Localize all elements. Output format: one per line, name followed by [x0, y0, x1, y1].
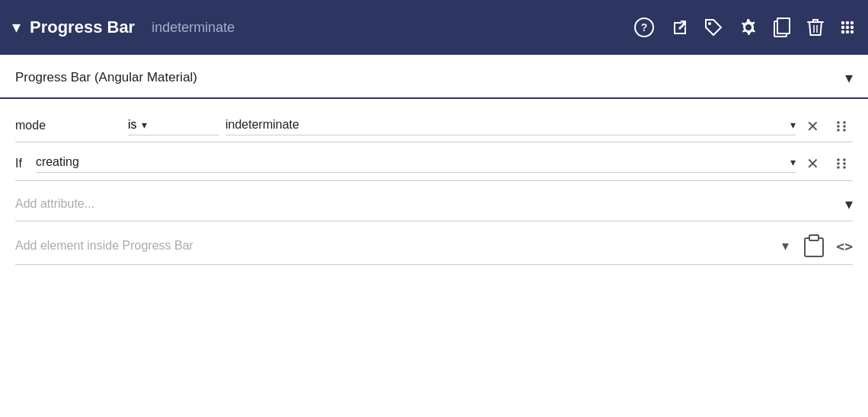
add-attribute-placeholder: Add attribute... [15, 197, 94, 211]
component-label: Progress Bar (Angular Material) [15, 70, 197, 85]
attributes-section: mode is ▾ indeterminate ▾ ✕ If c [0, 99, 868, 265]
gear-icon[interactable] [739, 18, 758, 37]
add-attribute-row[interactable]: Add attribute... ▾ [15, 181, 853, 221]
svg-point-9 [846, 21, 849, 24]
svg-point-21 [837, 129, 840, 132]
svg-point-20 [843, 125, 846, 128]
trash-icon[interactable] [807, 18, 824, 37]
svg-point-23 [837, 158, 840, 161]
attr-value-dropdown[interactable]: indeterminate ▾ [225, 118, 796, 135]
header-icons: ? [633, 17, 856, 38]
svg-point-17 [837, 121, 840, 124]
help-icon[interactable]: ? [633, 17, 655, 38]
copy-icon[interactable] [774, 18, 792, 37]
svg-point-14 [841, 30, 844, 33]
svg-point-18 [843, 121, 846, 124]
svg-point-26 [843, 162, 846, 165]
attr-op-arrow-icon: ▾ [142, 119, 147, 131]
header: ▾ Progress Bar indeterminate ? [0, 0, 868, 55]
if-value-arrow-icon: ▾ [790, 156, 796, 168]
svg-text:?: ? [641, 21, 648, 33]
mode-attribute-row: mode is ▾ indeterminate ▾ ✕ [15, 107, 853, 142]
component-dropdown-row[interactable]: Progress Bar (Angular Material) ▾ [0, 55, 868, 99]
svg-point-13 [850, 26, 854, 29]
svg-point-22 [843, 129, 846, 132]
chevron-down-icon[interactable]: ▾ [12, 18, 21, 37]
add-element-arrow-icon[interactable]: ▾ [782, 237, 789, 254]
if-label: If [15, 157, 22, 170]
svg-point-25 [837, 162, 840, 165]
header-title: Progress Bar [30, 18, 135, 37]
if-row-drag-icon[interactable] [830, 155, 853, 172]
add-element-placeholder: Add element inside Progress Bar [15, 239, 776, 253]
attr-op-dropdown[interactable]: is ▾ [128, 118, 219, 135]
header-subtitle: indeterminate [152, 20, 235, 36]
svg-point-24 [843, 158, 846, 161]
if-value-dropdown[interactable]: creating ▾ [36, 155, 796, 173]
edit-icon[interactable] [670, 18, 688, 37]
add-attribute-arrow-icon: ▾ [845, 195, 853, 213]
svg-point-15 [846, 30, 849, 33]
svg-point-2 [708, 22, 711, 25]
svg-rect-4 [777, 18, 790, 33]
grid-dots-icon[interactable] [839, 19, 856, 36]
header-left: ▾ Progress Bar indeterminate [12, 18, 633, 37]
svg-point-16 [850, 30, 854, 33]
svg-point-12 [846, 26, 849, 29]
attr-mode-name: mode [15, 119, 122, 135]
svg-point-19 [837, 125, 840, 128]
svg-point-10 [850, 21, 854, 24]
tag-icon[interactable] [704, 18, 723, 37]
code-icon[interactable]: <> [836, 238, 853, 254]
add-element-row: Add element inside Progress Bar ▾ <> [15, 221, 853, 265]
attr-value-arrow-icon: ▾ [790, 119, 796, 131]
if-creating-row: If creating ▾ ✕ [15, 142, 853, 181]
svg-point-8 [841, 21, 844, 24]
svg-point-11 [841, 26, 844, 29]
attr-op-label: is [128, 118, 137, 132]
component-dropdown-arrow[interactable]: ▾ [845, 68, 853, 87]
svg-rect-30 [809, 235, 819, 240]
if-row-close-icon[interactable]: ✕ [802, 153, 824, 174]
if-value-text: creating [36, 155, 786, 169]
attr-row-close-icon[interactable]: ✕ [802, 116, 824, 137]
clipboard-icon[interactable] [803, 234, 825, 258]
attr-value-text: indeterminate [225, 118, 786, 132]
attr-row-drag-icon[interactable] [830, 118, 853, 135]
svg-point-28 [843, 166, 846, 169]
main-content: Progress Bar (Angular Material) ▾ mode i… [0, 55, 868, 265]
svg-point-27 [837, 166, 840, 169]
